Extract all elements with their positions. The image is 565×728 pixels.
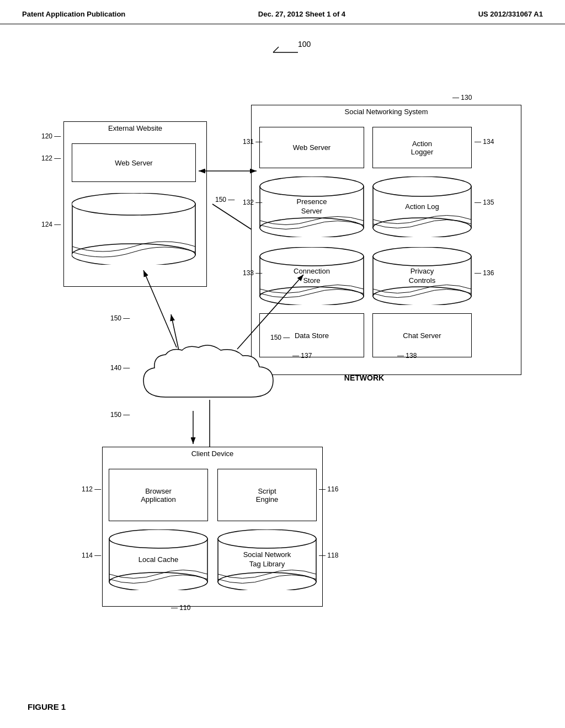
privacy-controls-label: Privacy Controls [409,267,435,286]
browser-application-label: Browser Application [141,487,176,504]
ref-131: 131 — [243,138,262,146]
ref-140: 140 — [110,364,130,372]
local-cache-label: Local Cache [138,555,178,565]
chat-server-box: Chat Server [372,313,472,357]
action-log-label: Action Log [405,202,439,212]
script-engine-label: Script Engine [256,487,278,504]
ref-136: — 136 [475,269,494,277]
privacy-controls-cylinder: Privacy Controls [372,247,472,305]
ref-134: — 134 [475,138,494,146]
ref-150b: 150 — [110,314,130,322]
network-label: NETWORK [287,373,441,382]
ref-150a: 150 — [215,196,234,204]
ref-124: 124 — [41,221,61,228]
social-networking-system-title: Social Networking System [252,108,521,116]
svg-line-29 [237,275,303,349]
web-server-ext-label: Web Server [115,159,152,167]
ref-114: 114 — [82,552,101,559]
presence-server-cylinder: Presence Server [259,176,364,237]
ref-132: 132 — [243,199,262,206]
svg-line-27 [143,270,177,347]
ref-112: 112 — [82,485,101,493]
svg-point-22 [72,244,195,265]
client-device-title: Client Device [103,449,322,458]
header-left: Patent Application Publication [22,10,125,18]
local-cache-cylinder: Local Cache [109,529,208,590]
action-log-cylinder: Action Log [372,176,472,237]
header-middle: Dec. 27, 2012 Sheet 1 of 4 [258,10,345,18]
ref-118: — 118 [319,552,338,559]
arrow-network-to-client [182,408,215,447]
web-server-ext-box: Web Server [72,143,196,182]
arrow-network-to-ext [132,265,199,353]
ref-120: 120 — [41,132,61,140]
ref-100-label: 100 [298,40,311,49]
svg-point-37 [218,572,316,590]
content-store-cylinder [72,193,196,265]
header-right: US 2012/331067 A1 [478,10,543,18]
svg-point-19 [373,287,471,305]
svg-point-15 [260,247,364,266]
action-logger-label: Action Logger [411,140,433,156]
figure-label: FIGURE 1 [28,702,66,711]
ref-130: — 130 [452,94,472,101]
connection-store-label: Connection Store [294,267,330,286]
svg-point-9 [260,176,364,196]
svg-line-7 [273,47,279,52]
ref-116: — 116 [319,485,338,493]
social-network-tag-library-label: Social Network Tag Library [243,550,291,569]
social-network-tag-library-cylinder: Social Network Tag Library [217,529,317,590]
ref-138: — 138 [397,352,417,360]
ref-135: — 135 [475,199,494,206]
page-header: Patent Application Publication Dec. 27, … [0,0,565,24]
svg-point-12 [373,176,471,196]
svg-point-33 [109,529,207,548]
chat-server-label: Chat Server [403,331,441,340]
svg-point-18 [373,247,471,266]
ref-110: — 110 [171,604,190,612]
external-website-title: External Website [64,124,206,132]
browser-application-box: Browser Application [109,469,208,521]
svg-point-36 [218,529,316,548]
svg-point-21 [72,193,195,215]
script-engine-box: Script Engine [217,469,317,521]
web-server-sns-box: Web Server [259,127,364,168]
svg-point-34 [109,572,207,590]
action-logger-box: Action Logger [372,127,472,168]
arrow-ext-to-sns [196,154,259,188]
ref-122: 122 — [41,154,61,162]
presence-server-label: Presence Server [297,197,327,216]
ref-150d: 150 — [110,411,130,419]
web-server-sns-label: Web Server [293,143,331,152]
